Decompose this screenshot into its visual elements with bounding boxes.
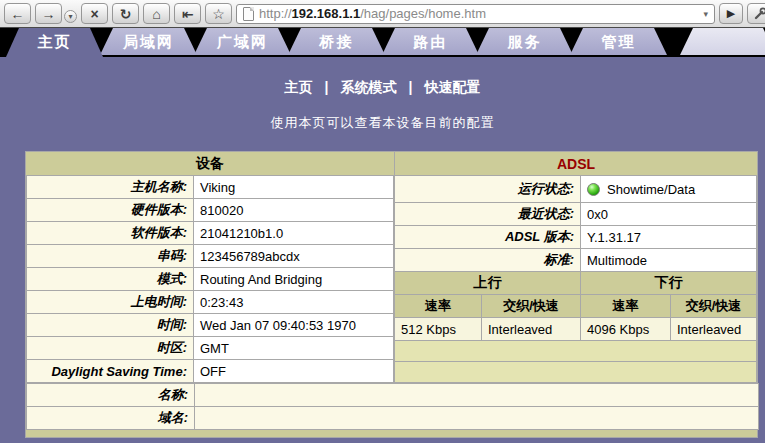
page-icon: [243, 7, 254, 21]
forward-icon: →: [42, 6, 56, 22]
table-row: 模式: Routing And Bridging: [27, 268, 394, 291]
spacer-cell: [395, 362, 757, 383]
sessions-button[interactable]: ⇤: [174, 3, 201, 24]
status-ok-icon: [587, 183, 600, 196]
table-row: 名称:: [27, 384, 759, 407]
last-state-label: 最近状态:: [395, 203, 581, 226]
downstream-header: 下行: [581, 272, 757, 295]
standard-value: Multimode: [581, 249, 757, 272]
upstream-header: 上行: [395, 272, 581, 295]
history-dropdown-button[interactable]: ▾: [64, 10, 77, 23]
chevron-down-icon: ▾: [68, 12, 72, 21]
uptime-label: 上电时间:: [27, 291, 194, 314]
table-row: [395, 341, 757, 362]
tab-admin-label: 管理: [602, 33, 636, 50]
bookmark-button[interactable]: ☆: [205, 3, 232, 24]
tab-strip: 主页 局域网 广域网 桥接 路由 服务 管理: [0, 28, 765, 57]
standard-label: 标准:: [395, 249, 581, 272]
tab-lan[interactable]: 局域网: [100, 28, 197, 55]
down-mode-value: Interleaved: [671, 318, 757, 341]
name-domain-table: 名称: 域名:: [26, 383, 759, 430]
tab-home[interactable]: 主页: [6, 28, 103, 57]
run-state-label: 运行状态:: [395, 176, 581, 203]
hostname-label: 主机名称:: [27, 176, 194, 199]
domain-value: [195, 407, 759, 430]
hw-version-label: 硬件版本:: [27, 199, 194, 222]
door-arrow-icon: ⇤: [182, 6, 194, 22]
panel-header: 设备 ADSL: [26, 152, 757, 175]
back-button[interactable]: ←: [4, 3, 31, 24]
content-area: 主页|系统模式|快速配置 使用本页可以查看本设备目前的配置 设备 ADSL 主机…: [0, 57, 765, 443]
address-bar[interactable]: http://192.168.1.1/hag/pages/home.htm ▾: [236, 4, 715, 24]
up-mode-value: Interleaved: [482, 318, 581, 341]
timezone-value: GMT: [194, 337, 394, 360]
up-mode-header: 交织/快速: [482, 295, 581, 318]
table-row: 时区: GMT: [27, 337, 394, 360]
hw-version-value: 810020: [194, 199, 394, 222]
subnav-link-quick-setup[interactable]: 快速配置: [412, 79, 492, 95]
decorative-tab-edge: [680, 28, 765, 55]
tab-services[interactable]: 服务: [476, 28, 573, 55]
url-host: 192.168.1.1: [292, 6, 361, 21]
subnav-link-system-mode[interactable]: 系统模式: [329, 79, 409, 95]
uptime-value: 0:23:43: [194, 291, 394, 314]
tab-wan[interactable]: 广域网: [194, 28, 291, 55]
adsl-table: 运行状态: Showtime/Data 最近状态: 0x0 ADSL 版本: Y…: [394, 175, 757, 383]
home-button[interactable]: ⌂: [143, 3, 170, 24]
table-row: Daylight Saving Time: OFF: [27, 360, 394, 383]
table-row: 时间: Wed Jan 07 09:40:53 1970: [27, 314, 394, 337]
panel-columns: 主机名称: Viking 硬件版本: 810020 软件版本: 21041210…: [26, 175, 757, 383]
sw-version-value: 21041210b1.0: [194, 222, 394, 245]
dst-label: Daylight Saving Time:: [27, 360, 194, 383]
table-row: 上行 下行: [395, 272, 757, 295]
device-table: 主机名称: Viking 硬件版本: 810020 软件版本: 21041210…: [26, 175, 394, 383]
table-row: 上电时间: 0:23:43: [27, 291, 394, 314]
address-dropdown-icon[interactable]: ▾: [703, 9, 708, 19]
tab-routing-label: 路由: [414, 33, 448, 50]
down-rate-value: 4096 Kbps: [581, 318, 671, 341]
table-row: 主机名称: Viking: [27, 176, 394, 199]
table-row: 512 Kbps Interleaved 4096 Kbps Interleav…: [395, 318, 757, 341]
mode-value: Routing And Bridging: [194, 268, 394, 291]
router-home-screen: ← → ▾ × ↻ ⌂ ⇤ ☆ http://192.168.1.1/hag/p…: [0, 0, 765, 443]
up-rate-header: 速率: [395, 295, 482, 318]
table-row: 运行状态: Showtime/Data: [395, 176, 757, 203]
refresh-icon: ↻: [120, 6, 132, 22]
serial-label: 串码:: [27, 245, 194, 268]
browser-toolbar: ← → ▾ × ↻ ⌂ ⇤ ☆ http://192.168.1.1/hag/p…: [0, 0, 765, 28]
device-section-title: 设备: [26, 152, 395, 175]
table-row: 域名:: [27, 407, 759, 430]
tab-lan-label: 局域网: [123, 33, 174, 50]
run-state-text: Showtime/Data: [607, 182, 695, 197]
tab-bridge[interactable]: 桥接: [288, 28, 385, 55]
time-value: Wed Jan 07 09:40:53 1970: [194, 314, 394, 337]
table-row: 串码: 123456789abcdx: [27, 245, 394, 268]
run-state-value: Showtime/Data: [581, 176, 757, 203]
back-icon: ←: [11, 6, 25, 22]
stop-icon: ×: [90, 6, 98, 22]
adsl-version-label: ADSL 版本:: [395, 226, 581, 249]
up-rate-value: 512 Kbps: [395, 318, 482, 341]
refresh-button[interactable]: ↻: [112, 3, 139, 24]
status-panel: 设备 ADSL 主机名称: Viking 硬件版本: 810020 软件版本:: [25, 151, 758, 438]
page-description: 使用本页可以查看本设备目前的配置: [0, 114, 765, 132]
table-row: 标准: Multimode: [395, 249, 757, 272]
tab-routing[interactable]: 路由: [382, 28, 479, 55]
down-mode-header: 交织/快速: [671, 295, 757, 318]
table-row: 最近状态: 0x0: [395, 203, 757, 226]
serial-value: 123456789abcdx: [194, 245, 394, 268]
down-rate-header: 速率: [581, 295, 671, 318]
go-button[interactable]: ▶: [719, 3, 743, 24]
adsl-section-title: ADSL: [395, 152, 757, 175]
tab-admin[interactable]: 管理: [570, 28, 667, 55]
forward-button[interactable]: →: [35, 3, 62, 24]
last-state-value: 0x0: [581, 203, 757, 226]
subnav-separator: |: [325, 79, 329, 95]
wrench-icon: [753, 7, 765, 21]
tools-button[interactable]: [747, 3, 765, 24]
stop-button[interactable]: ×: [81, 3, 108, 24]
sw-version-label: 软件版本:: [27, 222, 194, 245]
tab-home-label: 主页: [38, 33, 72, 50]
subnav-link-home[interactable]: 主页: [273, 79, 325, 95]
table-row: ADSL 版本: Y.1.31.17: [395, 226, 757, 249]
